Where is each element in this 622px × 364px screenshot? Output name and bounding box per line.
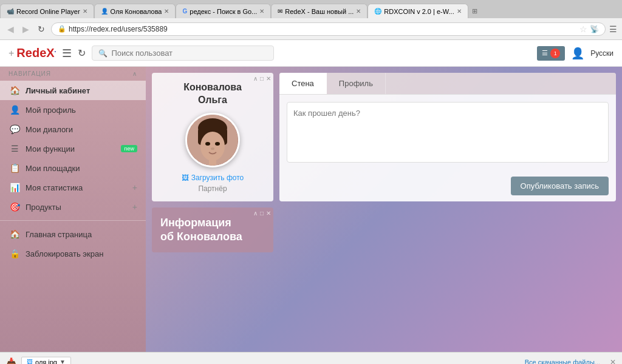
user-icon: 👤 — [9, 105, 21, 115]
rss-icon: 📡 — [590, 25, 599, 33]
svg-point-8 — [211, 147, 214, 150]
hamburger-icon[interactable]: ☰ — [62, 47, 72, 60]
tab-icon-1: 📹 — [7, 8, 14, 15]
sidebar-item-home[interactable]: 🏠 Главная страница — [0, 224, 146, 244]
card-minimize-btn[interactable]: ∧ — [253, 75, 258, 82]
products-plus-icon[interactable]: + — [132, 202, 137, 212]
new-badge: new — [121, 145, 137, 152]
profile-role: Партнёр — [160, 184, 265, 193]
nav-label: НАВИГАЦИЯ — [9, 70, 51, 77]
tab-redex-new[interactable]: ✉ RedeX - Ваш новый ... ✕ — [271, 4, 367, 18]
add-icon[interactable]: + — [9, 48, 14, 59]
list-icon: ☰ — [542, 49, 548, 57]
tab-google[interactable]: G редекс - Поиск в Go... ✕ — [176, 4, 271, 18]
download-filename: оля.jpg — [35, 359, 57, 365]
dropdown-arrow-icon[interactable]: ▼ — [60, 359, 66, 364]
card-expand-btn[interactable]: □ — [260, 75, 264, 82]
tab-label-5: RDXCOIN v 2.0 | e-W... — [384, 8, 454, 15]
download-bar: 📥 🖼 оля.jpg ▼ Все скачанные файлы... ✕ — [0, 352, 622, 364]
info-card-expand-btn[interactable]: □ — [260, 210, 264, 217]
sidebar-label-dialogs: Мои диалоги — [26, 125, 137, 134]
products-icon: 🎯 — [9, 202, 21, 212]
tab-label-1: Record Online Player — [16, 8, 80, 15]
info-card-title: Информацияоб Коновалова — [160, 216, 265, 244]
back-button[interactable]: ◀ — [5, 23, 16, 35]
wall-post-input[interactable] — [287, 102, 609, 163]
card-close-btn[interactable]: ✕ — [266, 75, 271, 82]
wall-tabs: Стена Профиль — [279, 73, 616, 95]
search-input[interactable] — [111, 49, 267, 58]
sidebar-item-lock[interactable]: 🔒 Заблокировать экран — [0, 244, 146, 263]
download-file-item[interactable]: 🖼 оля.jpg ▼ — [21, 357, 71, 365]
info-card-minimize-btn[interactable]: ∧ — [253, 210, 258, 217]
lock-icon: 🔒 — [58, 25, 66, 33]
wall-section: Стена Профиль Опубликовать запись — [279, 73, 616, 201]
download-arrow-icon: 📥 — [6, 357, 16, 365]
tab-icon-3: G — [182, 8, 187, 15]
info-card-close-btn[interactable]: ✕ — [266, 210, 271, 217]
functions-icon: ☰ — [9, 144, 21, 153]
all-downloads-link[interactable]: Все скачанные файлы... — [525, 359, 600, 365]
sidebar-label-functions: Мои функции — [26, 144, 116, 153]
avatar-svg — [187, 115, 238, 166]
chat-icon: 💬 — [9, 124, 21, 134]
app-header: + RedeX. ☰ ↻ 🔍 ☰ 1 👤 Русски — [0, 40, 622, 67]
forward-button[interactable]: ▶ — [20, 23, 32, 35]
publish-button[interactable]: Опубликовать запись — [511, 177, 609, 195]
tab-icon-5: 🌐 — [374, 8, 381, 15]
tab-close-1[interactable]: ✕ — [83, 8, 87, 15]
card-controls: ∧ □ ✕ — [253, 75, 271, 82]
tab-wall[interactable]: Стена — [279, 73, 327, 94]
sites-icon: 📋 — [9, 163, 21, 173]
info-card-controls: ∧ □ ✕ — [253, 210, 271, 217]
nav-section-header: НАВИГАЦИЯ ∧ — [0, 67, 146, 81]
info-card: ∧ □ ✕ Информацияоб Коновалова — [152, 207, 273, 253]
settings-icon[interactable]: ☰ — [609, 24, 617, 34]
wall-footer: Опубликовать запись — [279, 172, 616, 200]
url-text: https://redex.red/users/535889 — [69, 25, 575, 33]
tab-olya[interactable]: 👤 Оля Коновалова ✕ — [94, 4, 176, 18]
wall-content — [279, 95, 616, 172]
tab-record-online-player[interactable]: 📹 Record Online Player ✕ — [0, 4, 94, 18]
sidebar-item-stats[interactable]: 📊 Моя статистика + — [0, 178, 146, 197]
tab-close-5[interactable]: ✕ — [457, 8, 462, 15]
sidebar-item-products[interactable]: 🎯 Продукты + — [0, 197, 146, 217]
new-tab-btn[interactable]: ⊞ — [468, 4, 481, 18]
content-area: ∧ □ ✕ КоноваловаОльга — [146, 67, 622, 352]
image-icon: 🖼 — [182, 174, 189, 182]
nav-collapse-icon[interactable]: ∧ — [132, 70, 137, 77]
address-bar[interactable]: 🔒 https://redex.red/users/535889 ☆ 📡 — [51, 22, 606, 36]
sidebar-item-dialogs[interactable]: 💬 Мои диалоги — [0, 120, 146, 139]
sidebar-label-stats: Моя статистика — [26, 183, 128, 192]
refresh-icon[interactable]: ↻ — [78, 47, 86, 59]
upload-photo-link[interactable]: 🖼 Загрузить фото — [160, 174, 265, 182]
stats-icon: 📊 — [9, 183, 21, 192]
tab-profile-info[interactable]: Профиль — [327, 73, 386, 94]
tab-label-4: RedeX - Ваш новый ... — [285, 8, 354, 15]
sidebar-item-functions[interactable]: ☰ Мои функции new — [0, 139, 146, 158]
tab-close-2[interactable]: ✕ — [164, 8, 169, 15]
sidebar-item-cabinet[interactable]: 🏠 Личный кабинет — [0, 81, 146, 100]
tab-icon-2: 👤 — [101, 8, 108, 15]
svg-point-5 — [200, 132, 225, 161]
list-view-button[interactable]: ☰ 1 — [537, 46, 565, 61]
sidebar-item-sites[interactable]: 📋 Мои площадки — [0, 158, 146, 178]
reload-button[interactable]: ↻ — [35, 23, 47, 35]
language-selector[interactable]: Русски — [590, 49, 613, 58]
sidebar-item-profile[interactable]: 👤 Мой профиль — [0, 100, 146, 120]
tab-close-4[interactable]: ✕ — [356, 8, 361, 15]
stats-plus-icon[interactable]: + — [132, 183, 137, 192]
user-avatar-icon[interactable]: 👤 — [571, 47, 584, 60]
profile-avatar — [185, 113, 240, 167]
tab-close-3[interactable]: ✕ — [259, 8, 264, 15]
profile-name: КоноваловаОльга — [160, 81, 265, 107]
content-row-top: ∧ □ ✕ КоноваловаОльга — [152, 73, 616, 201]
sidebar-label-lock: Заблокировать экран — [26, 249, 137, 258]
bookmark-icon[interactable]: ☆ — [579, 24, 587, 34]
notification-badge: 1 — [550, 49, 560, 58]
tab-rdxcoin[interactable]: 🌐 RDXCOIN v 2.0 | e-W... ✕ — [367, 4, 468, 18]
download-bar-close-btn[interactable]: ✕ — [610, 358, 616, 365]
tab-icon-4: ✉ — [278, 8, 282, 15]
search-box[interactable]: 🔍 — [92, 46, 274, 61]
tab-label-2: Оля Коновалова — [111, 8, 162, 15]
